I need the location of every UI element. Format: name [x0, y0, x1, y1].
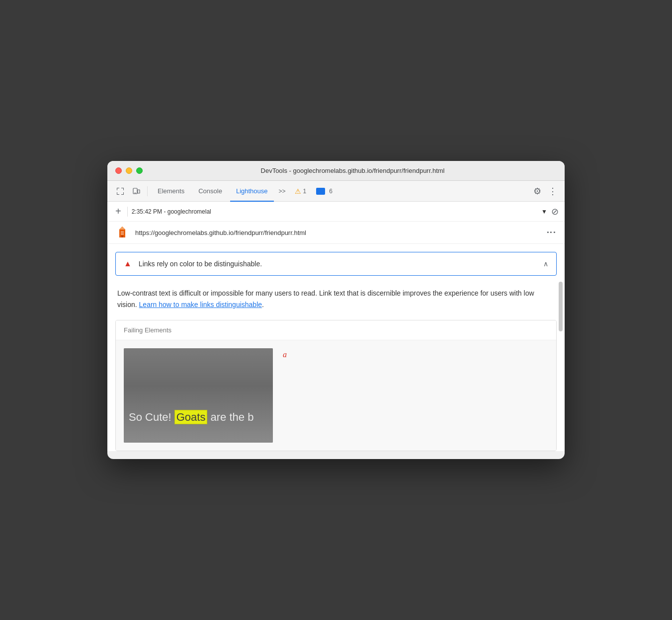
devtools-window: DevTools - googlechromelabs.github.io/fr…: [107, 161, 565, 459]
svg-rect-15: [121, 235, 123, 237]
cancel-icon[interactable]: ⊘: [551, 206, 559, 217]
failing-elements-body: So Cute! Goats are the b a: [116, 340, 556, 451]
svg-rect-7: [123, 192, 124, 195]
toolbar-divider: [127, 207, 128, 217]
url-bar: https://googlechromelabs.github.io/frien…: [107, 222, 565, 244]
audit-url: https://googlechromelabs.github.io/frien…: [135, 229, 540, 236]
dropdown-arrow[interactable]: ▼: [541, 208, 547, 215]
minimize-button[interactable]: [126, 167, 132, 174]
svg-rect-9: [138, 190, 140, 193]
screenshot-text: So Cute! Goats are the b: [129, 411, 253, 424]
element-tag-indicator: a: [283, 348, 287, 359]
tab-lighthouse[interactable]: Lighthouse: [230, 181, 274, 202]
title-bar: DevTools - googlechromelabs.github.io/fr…: [107, 161, 565, 181]
main-content: ▲ Links rely on color to be distinguisha…: [107, 252, 565, 451]
screenshot-background: [124, 348, 273, 443]
tab-bar: Elements Console Lighthouse >> ⚠ 1 6 ⚙ ⋮: [107, 181, 565, 202]
devtools-panel: Elements Console Lighthouse >> ⚠ 1 6 ⚙ ⋮: [107, 181, 565, 451]
warning-badge[interactable]: ⚠ 1: [291, 187, 311, 195]
more-tabs-button[interactable]: >>: [276, 188, 289, 195]
audit-collapse-icon[interactable]: ∧: [543, 260, 548, 268]
settings-icon[interactable]: ⚙: [530, 186, 544, 197]
svg-rect-13: [121, 232, 124, 232]
chat-icon: [316, 188, 325, 195]
svg-marker-16: [119, 229, 125, 230]
svg-rect-5: [117, 194, 119, 195]
window-title: DevTools - googlechromelabs.github.io/fr…: [149, 167, 557, 174]
tab-elements[interactable]: Elements: [152, 181, 190, 202]
device-toggle-icon[interactable]: [129, 184, 143, 198]
svg-rect-1: [117, 188, 117, 190]
url-more-button[interactable]: ⋮: [546, 228, 557, 237]
timestamp-url: 2:35:42 PM - googlechromelal: [132, 208, 537, 215]
audit-warning-icon: ▲: [124, 259, 132, 268]
svg-rect-3: [123, 188, 124, 190]
scrollbar[interactable]: [559, 282, 563, 331]
select-element-icon[interactable]: [113, 184, 127, 198]
close-button[interactable]: [115, 167, 122, 174]
tab-separator-1: [147, 186, 148, 196]
add-button[interactable]: +: [113, 205, 123, 218]
traffic-lights: [115, 167, 143, 174]
lighthouse-logo-icon: [115, 226, 129, 239]
more-options-icon[interactable]: ⋮: [546, 186, 559, 197]
maximize-button[interactable]: [136, 167, 143, 174]
failing-elements-section: Failing Elements So Cute! Goats are the …: [115, 320, 557, 451]
svg-rect-10: [134, 193, 136, 193]
audit-item-header[interactable]: ▲ Links rely on color to be distinguisha…: [116, 252, 556, 275]
audit-item-links-color: ▲ Links rely on color to be distinguisha…: [115, 252, 557, 276]
svg-rect-14: [121, 233, 124, 234]
highlighted-element: Goats: [174, 410, 208, 424]
failing-elements-header: Failing Elements: [116, 320, 556, 340]
console-messages-badge[interactable]: 6: [312, 188, 336, 195]
toolbar: + 2:35:42 PM - googlechromelal ▼ ⊘: [107, 202, 565, 222]
warning-icon: ⚠: [295, 187, 301, 195]
audit-description: Low-contrast text is difficult or imposs…: [107, 284, 565, 320]
audit-item-title: Links rely on color to be distinguishabl…: [139, 260, 536, 268]
tab-console[interactable]: Console: [192, 181, 228, 202]
element-screenshot: So Cute! Goats are the b: [124, 348, 273, 443]
learn-more-link[interactable]: Learn how to make links distinguishable: [139, 301, 262, 309]
